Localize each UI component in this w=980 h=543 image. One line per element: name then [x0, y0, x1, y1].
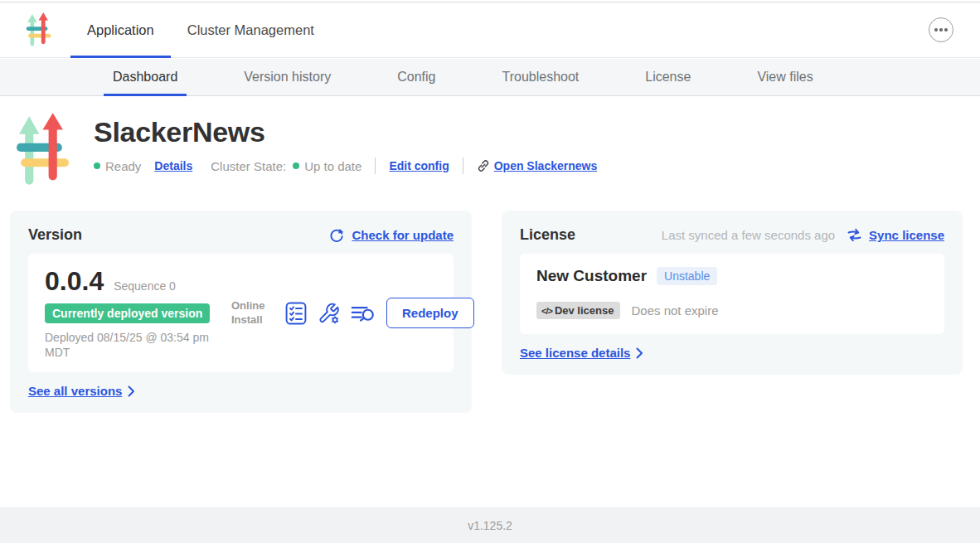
divider — [375, 158, 376, 174]
deployed-timestamp: Deployed 08/15/25 @ 03:54 pm MDT — [45, 330, 231, 360]
see-all-versions-link[interactable]: See all versions — [28, 384, 122, 398]
edit-config-link[interactable]: Edit config — [389, 159, 449, 172]
sync-license-link[interactable]: Sync license — [869, 228, 944, 242]
check-for-update-link[interactable]: Check for update — [352, 228, 454, 242]
tab-license[interactable]: License — [636, 59, 700, 95]
redeploy-button[interactable]: Redeploy — [386, 298, 474, 328]
ellipsis-icon — [934, 28, 938, 32]
primary-header: Application Cluster Management — [0, 2, 980, 58]
see-license-details-link[interactable]: See license details — [520, 346, 630, 360]
cluster-state-dot — [293, 162, 299, 169]
dashboard-content: SlackerNews Ready Details Cluster State:… — [0, 97, 980, 507]
open-app-link[interactable]: Open Slackernews — [477, 159, 598, 172]
slackernews-logo-icon — [23, 12, 54, 47]
channel-badge: Unstable — [657, 267, 717, 285]
license-type-badge: </> Dev license — [536, 302, 620, 319]
app-status-dot — [94, 162, 100, 169]
app-logo — [17, 113, 69, 187]
cluster-state-label: Cluster State: — [211, 159, 286, 173]
sync-icon — [847, 228, 862, 242]
chevron-right-icon — [636, 347, 643, 359]
code-icon: </> — [541, 306, 552, 316]
tab-troubleshoot[interactable]: Troubleshoot — [492, 59, 588, 95]
overflow-menu-button[interactable] — [929, 17, 953, 42]
tab-view-files[interactable]: View files — [748, 59, 822, 95]
tab-cluster-management[interactable]: Cluster Management — [171, 2, 331, 57]
deployed-status-badge: Currently deployed version — [45, 303, 210, 323]
console-version: v1.125.2 — [468, 519, 512, 532]
current-version-panel: 0.0.4 Sequence 0 Currently deployed vers… — [28, 254, 454, 372]
cluster-state-value: Up to date — [304, 159, 361, 173]
app-status-label: Ready — [105, 159, 141, 173]
tab-config[interactable]: Config — [388, 59, 444, 95]
tab-application[interactable]: Application — [70, 2, 171, 57]
license-panel: New Customer Unstable </> Dev license Do… — [520, 254, 944, 334]
chevron-right-icon — [128, 385, 135, 397]
primary-tabs: Application Cluster Management — [70, 2, 331, 57]
install-type-label: Online Install — [231, 299, 274, 327]
page-title: SlackerNews — [94, 116, 597, 148]
version-card: Version Check for update 0.0.4 Sequence — [10, 211, 472, 413]
license-card: License Last synced a few seconds ago Sy… — [502, 211, 963, 375]
license-expiry: Does not expire — [631, 303, 718, 318]
tab-version-history[interactable]: Version history — [235, 59, 340, 95]
app-subnav: Dashboard Version history Config Trouble… — [0, 59, 980, 96]
last-synced-label: Last synced a few seconds ago — [662, 228, 835, 242]
link-chain-icon — [477, 159, 490, 172]
license-card-title: License — [520, 226, 575, 244]
console-footer: v1.125.2 — [0, 507, 980, 543]
divider — [463, 158, 463, 174]
version-card-title: Version — [28, 226, 82, 244]
view-files-diff-icon[interactable] — [351, 303, 376, 324]
sequence-label: Sequence 0 — [114, 279, 176, 293]
status-details-link[interactable]: Details — [154, 159, 192, 172]
preflight-checks-icon[interactable] — [285, 302, 307, 325]
app-header: SlackerNews Ready Details Cluster State:… — [17, 113, 980, 187]
refresh-icon — [328, 227, 345, 244]
version-number: 0.0.4 — [45, 266, 104, 297]
configure-icon[interactable] — [318, 302, 340, 325]
admin-console: Application Cluster Management Dashboard… — [0, 0, 980, 543]
brand-logo — [23, 2, 54, 57]
slackernews-app-icon — [17, 113, 69, 187]
app-status-row: Ready Details Cluster State: Up to date … — [94, 158, 597, 174]
customer-name: New Customer — [536, 267, 647, 285]
tab-dashboard[interactable]: Dashboard — [104, 59, 187, 95]
